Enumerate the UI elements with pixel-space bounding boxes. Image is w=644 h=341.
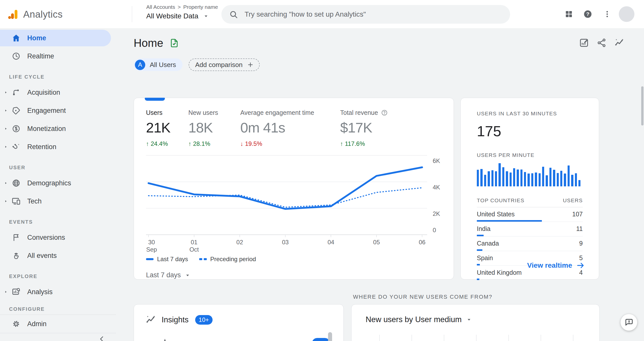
property-selector-label: All Website Data	[146, 12, 198, 20]
product-name: Analytics	[23, 9, 63, 20]
sidebar-item-label: Admin	[27, 320, 47, 328]
comparison-badge: A	[135, 60, 145, 70]
chat-icon	[625, 318, 633, 327]
monetization-icon	[12, 124, 21, 133]
page-scrollbar[interactable]	[641, 86, 643, 125]
svg-text:4K: 4K	[433, 184, 440, 191]
avatar[interactable]	[619, 6, 634, 22]
sidebar-item-retention[interactable]: Retention	[0, 138, 116, 156]
expand-icon[interactable]	[0, 290, 12, 294]
home-icon	[12, 33, 21, 43]
metric-tab-new-users[interactable]: New users18K↑ 28.1%	[188, 109, 240, 147]
legend-dashed-marker	[199, 258, 207, 260]
minute-bar	[571, 175, 573, 186]
sidebar-item-all-events[interactable]: All events	[0, 247, 116, 265]
customize-report-icon[interactable]	[579, 38, 589, 48]
country-row-india: India11	[477, 222, 583, 236]
chart-legend: Last 7 days Preceding period	[146, 256, 454, 263]
property-selector[interactable]: All Website Data	[146, 12, 218, 20]
minute-bar	[488, 171, 490, 186]
admin-icon	[12, 319, 21, 328]
country-bar	[477, 249, 482, 251]
sidebar-item-monetization[interactable]: Monetization	[0, 120, 116, 138]
legend-label: Last 7 days	[157, 256, 188, 263]
users-per-minute-chart	[477, 163, 583, 186]
sidebar-item-label: All events	[27, 252, 57, 260]
sidebar-item-acquisition[interactable]: Acquisition	[0, 83, 116, 101]
apps-grid-icon[interactable]	[565, 10, 573, 18]
caret-down-icon	[184, 272, 191, 279]
svg-text:?: ?	[586, 11, 590, 17]
minute-bar	[578, 180, 580, 186]
expand-icon[interactable]	[0, 145, 12, 149]
minute-bar	[560, 171, 562, 186]
insights-scrollbar[interactable]	[328, 332, 332, 341]
sidebar-item-label: Home	[27, 34, 46, 42]
caret-down-icon	[466, 316, 472, 323]
minute-bar	[575, 173, 577, 186]
metric-label: Total revenue	[340, 109, 421, 116]
sidebar-section-configure: CONFIGURE	[0, 301, 116, 315]
sparkle-icon	[160, 338, 170, 341]
analysis-icon	[12, 287, 21, 296]
expand-icon[interactable]	[0, 127, 12, 130]
all-users-chip-label: All Users	[150, 61, 176, 69]
new-users-dimension-selector[interactable]: New users by User medium	[366, 315, 599, 324]
sidebar-item-engagement[interactable]: Engagement	[0, 101, 116, 120]
sidebar-item-tech[interactable]: Tech	[0, 192, 116, 210]
minute-bar	[513, 168, 515, 186]
minute-bar	[517, 169, 519, 186]
view-realtime-link[interactable]: View realtime	[527, 261, 585, 270]
sidebar-section-life-cycle: LIFE CYCLE	[0, 65, 116, 83]
svg-text:30: 30	[148, 239, 155, 246]
expand-icon[interactable]	[0, 109, 12, 112]
expand-icon[interactable]	[0, 199, 12, 203]
users-per-minute-label: USERS PER MINUTE	[477, 152, 583, 158]
analytics-logo-icon[interactable]	[7, 8, 19, 20]
minute-bar	[542, 167, 544, 186]
minute-bar	[539, 173, 541, 186]
search-input[interactable]	[245, 10, 477, 18]
expand-icon[interactable]	[0, 181, 12, 185]
retention-icon	[12, 142, 21, 151]
metric-tab-average-engagement-time[interactable]: Average engagement time0m 41s↓ 19.5%	[240, 109, 340, 147]
sidebar-item-admin[interactable]: Admin	[0, 315, 116, 333]
minute-bar	[546, 175, 548, 186]
view-realtime-label: View realtime	[527, 261, 572, 269]
metric-tab-users[interactable]: Users21K↑ 24.4%	[146, 109, 188, 147]
svg-text:04: 04	[328, 239, 334, 246]
new-users-section-header: WHERE DO YOUR NEW USERS COME FROM?	[353, 294, 492, 300]
sidebar-item-home[interactable]: Home	[0, 29, 116, 47]
breadcrumb[interactable]: All Accounts > Property name	[146, 4, 218, 10]
metric-label: Users	[146, 109, 188, 116]
sidebar-item-demographics[interactable]: Demographics	[0, 174, 116, 192]
help-outline-icon[interactable]	[381, 109, 388, 116]
breadcrumb-property[interactable]: Property name	[183, 4, 218, 10]
insights-icon[interactable]	[614, 38, 624, 48]
search-bar[interactable]	[221, 5, 510, 24]
conversions-icon	[12, 233, 21, 242]
minute-bar	[524, 172, 526, 186]
page-title: Home	[134, 37, 163, 49]
metric-tab-total-revenue[interactable]: Total revenue$17K↑ 117.6%	[340, 109, 421, 147]
expand-icon[interactable]	[0, 91, 12, 94]
new-users-card: New users by User medium	[351, 304, 600, 341]
collapse-sidebar-icon[interactable]	[98, 335, 106, 341]
sidebar-item-analysis[interactable]: Analysis	[0, 283, 116, 301]
share-icon[interactable]	[597, 38, 607, 48]
realtime-title: USERS IN LAST 30 MINUTES	[477, 111, 583, 117]
more-vert-icon[interactable]	[603, 10, 611, 18]
sidebar-item-conversions[interactable]: Conversions	[0, 228, 116, 247]
all-users-chip[interactable]: A All Users	[134, 58, 183, 71]
insight-category-chip[interactable]: New	[312, 338, 330, 341]
date-range-selector[interactable]: Last 7 days	[146, 271, 454, 279]
feedback-chat-button[interactable]	[621, 314, 637, 331]
breadcrumb-account[interactable]: All Accounts	[146, 4, 175, 10]
sidebar-item-realtime[interactable]: Realtime	[0, 47, 116, 65]
minute-bar	[520, 169, 522, 186]
help-icon[interactable]: ?	[583, 9, 593, 19]
minute-bar	[535, 173, 537, 186]
sidebar: HomeRealtimeLIFE CYCLEAcquisitionEngagem…	[0, 28, 116, 341]
metric-value: 0m 41s	[240, 119, 340, 136]
add-comparison-button[interactable]: Add comparison	[189, 58, 260, 71]
